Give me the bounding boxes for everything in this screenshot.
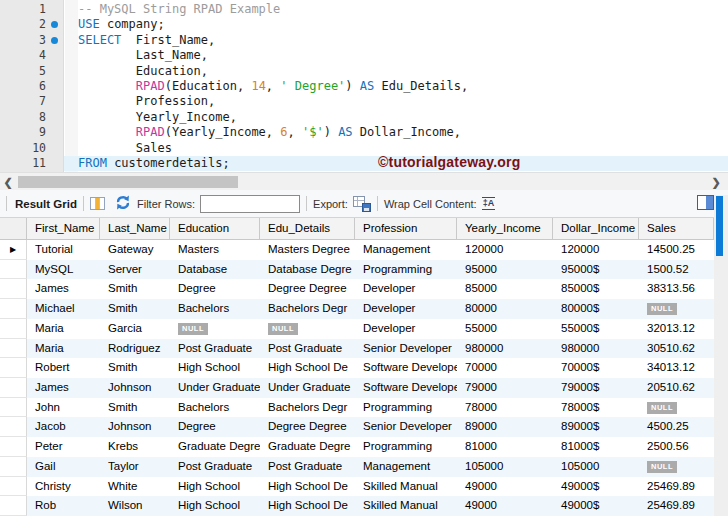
grid-cell[interactable]: Developer [355, 299, 457, 319]
grid-cell[interactable]: Johnson [100, 378, 170, 398]
row-selector[interactable] [0, 437, 27, 457]
grid-cell[interactable]: Peter [27, 437, 100, 457]
grid-cell[interactable]: John [27, 398, 100, 418]
editor-line[interactable]: 10 Sales [0, 141, 728, 156]
grid-cell[interactable]: Post Graduate [260, 339, 355, 359]
grid-cell[interactable]: High School De [260, 477, 355, 497]
grid-cell[interactable]: 2500.56 [639, 437, 714, 457]
table-row[interactable]: ChristyWhiteHigh SchoolHigh School DeSki… [0, 477, 714, 497]
column-header-education[interactable]: Education [170, 218, 260, 239]
refresh-icon[interactable] [115, 195, 131, 212]
row-selector[interactable] [0, 417, 27, 437]
grid-cell[interactable]: Post Graduate [170, 457, 260, 477]
editor-line[interactable]: 1-- MySQL String RPAD Example [0, 2, 728, 17]
editor-line[interactable]: 4 Last_Name, [0, 48, 728, 63]
grid-cell[interactable]: Gail [27, 457, 100, 477]
grid-cell[interactable]: 20510.62 [639, 378, 714, 398]
row-selector[interactable] [0, 496, 27, 516]
row-selector[interactable]: ▶ [0, 240, 27, 260]
row-selector[interactable] [0, 279, 27, 299]
grid-cell[interactable]: Developer [355, 279, 457, 299]
grid-cell[interactable]: Gateway [100, 240, 170, 260]
grid-cell[interactable]: Maria [27, 319, 100, 339]
grid-cell[interactable]: 81000 [457, 437, 553, 457]
grid-cell[interactable]: Skilled Manual [355, 477, 457, 497]
row-selector[interactable] [0, 378, 27, 398]
grid-cell[interactable]: Wilson [100, 496, 170, 516]
row-selector[interactable] [0, 457, 27, 477]
grid-cell[interactable]: Senior Developer [355, 417, 457, 437]
grid-cell[interactable]: 25469.89 [639, 477, 714, 497]
grid-cell[interactable]: High School [170, 496, 260, 516]
grid-cell[interactable]: Masters [170, 240, 260, 260]
column-header-edu_details[interactable]: Edu_Details [260, 218, 355, 239]
grid-cell[interactable]: Server [100, 260, 170, 280]
grid-cell[interactable]: Senior Developer [355, 339, 457, 359]
grid-cell[interactable]: Management [355, 457, 457, 477]
editor-line[interactable]: 9 RPAD(Yearly_Income, 6, '$') AS Dollar_… [0, 125, 728, 140]
grid-cell[interactable]: Jacob [27, 417, 100, 437]
table-row[interactable]: JamesSmithDegreeDegree DegreeDeveloper85… [0, 279, 714, 299]
column-header-yearly_income[interactable]: Yearly_Income [457, 218, 553, 239]
table-row[interactable]: ▶TutorialGatewayMastersMasters DegreeMan… [0, 240, 714, 260]
grid-cell[interactable]: Rodriguez [100, 339, 170, 359]
grid-cell[interactable]: 32013.12 [639, 319, 714, 339]
editor-line[interactable]: 3SELECT First_Name, [0, 33, 728, 48]
grid-cell[interactable]: 980000 [457, 339, 553, 359]
grid-cell[interactable]: Developer [355, 319, 457, 339]
editor-line[interactable]: 8 Yearly_Income, [0, 110, 728, 125]
grid-cell[interactable]: Graduate Degre [260, 437, 355, 457]
grid-cell[interactable]: 4500.25 [639, 417, 714, 437]
wrap-cell-content-icon[interactable]: ‡A [482, 197, 496, 210]
grid-cell[interactable]: Bachelors Degr [260, 299, 355, 319]
result-grid-icon[interactable] [90, 197, 105, 210]
grid-cell[interactable]: Johnson [100, 417, 170, 437]
grid-cell[interactable]: Michael [27, 299, 100, 319]
editor-horizontal-scrollbar[interactable]: ❮ ❯ [0, 172, 728, 190]
row-selector[interactable] [0, 398, 27, 418]
table-row[interactable]: PeterKrebsGraduate DegreeGraduate DegreP… [0, 437, 714, 457]
grid-cell[interactable]: Krebs [100, 437, 170, 457]
grid-cell[interactable]: Degree Degree [260, 417, 355, 437]
grid-cell[interactable]: 49000 [457, 496, 553, 516]
grid-cell[interactable]: Rob [27, 496, 100, 516]
grid-cell[interactable]: 70000$ [553, 358, 639, 378]
grid-cell[interactable]: Degree [170, 417, 260, 437]
grid-cell[interactable]: Christy [27, 477, 100, 497]
grid-cell[interactable]: Smith [100, 279, 170, 299]
grid-cell[interactable]: Database [170, 260, 260, 280]
table-row[interactable]: MySQLServerDatabaseDatabase DegreProgram… [0, 260, 714, 280]
grid-cell[interactable]: Masters Degree [260, 240, 355, 260]
filter-rows-input[interactable] [200, 195, 300, 213]
grid-cell[interactable]: High School [170, 358, 260, 378]
grid-cell[interactable]: 25469.89 [639, 496, 714, 516]
grid-cell[interactable]: Under Graduate [260, 378, 355, 398]
table-row[interactable]: RobWilsonHigh SchoolHigh School DeSkille… [0, 496, 714, 516]
grid-cell[interactable]: Programming [355, 398, 457, 418]
scroll-right-icon[interactable]: ❯ [709, 175, 723, 189]
scroll-left-icon[interactable]: ❮ [1, 175, 15, 189]
grid-cell[interactable]: Smith [100, 299, 170, 319]
sql-editor[interactable]: 1-- MySQL String RPAD Example2USE compan… [0, 0, 728, 172]
row-selector[interactable] [0, 339, 27, 359]
grid-cell[interactable]: 85000 [457, 279, 553, 299]
row-selector[interactable] [0, 319, 27, 339]
grid-cell[interactable]: Programming [355, 260, 457, 280]
grid-cell[interactable]: James [27, 378, 100, 398]
grid-cell[interactable]: 95000 [457, 260, 553, 280]
grid-cell[interactable]: Garcia [100, 319, 170, 339]
row-selector[interactable] [0, 299, 27, 319]
result-grid-tab-label[interactable]: Result Grid [15, 198, 77, 210]
grid-cell[interactable]: 79000 [457, 378, 553, 398]
grid-cell[interactable]: High School De [260, 358, 355, 378]
grid-cell[interactable]: Bachelors [170, 398, 260, 418]
grid-cell[interactable]: Smith [100, 358, 170, 378]
table-row[interactable]: MariaGarciaNULLNULLDeveloper5500055000$3… [0, 319, 714, 339]
grid-cell[interactable]: 80000$ [553, 299, 639, 319]
grid-cell[interactable]: Software Developer [355, 358, 457, 378]
grid-cell[interactable]: 49000$ [553, 496, 639, 516]
grid-cell[interactable]: NULL [639, 299, 714, 319]
grid-cell[interactable]: 1500.52 [639, 260, 714, 280]
table-row[interactable]: MichaelSmithBachelorsBachelors DegrDevel… [0, 299, 714, 319]
table-row[interactable]: JacobJohnsonDegreeDegree DegreeSenior De… [0, 417, 714, 437]
